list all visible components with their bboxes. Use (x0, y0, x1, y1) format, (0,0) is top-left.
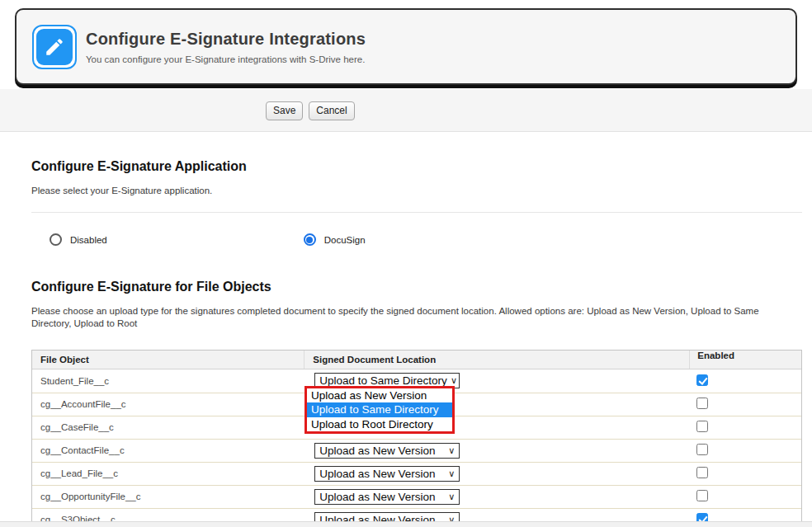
radio-label: DocuSign (324, 235, 366, 245)
annotation-highlight-open-dropdown: Upload as New VersionUpload to Same Dire… (304, 386, 455, 435)
page-title: Configure E-Signature Integrations (86, 30, 366, 49)
main-content: Configure E-Signature Application Please… (31, 132, 802, 527)
column-header-signed-document-location: Signed Document Location (304, 351, 689, 369)
enabled-cell (689, 374, 801, 388)
toolbar-buttons: Save Cancel (266, 101, 355, 120)
radio-icon[interactable] (304, 233, 316, 246)
enabled-cell (689, 421, 801, 434)
enabled-checkbox[interactable] (696, 444, 708, 455)
location-cell: Upload as New Version ∨ (304, 486, 689, 508)
pencil-icon (32, 25, 77, 69)
header-text: Configure E-Signature Integrations You c… (86, 30, 366, 64)
location-select-value: Upload as New Version (319, 491, 435, 503)
footer-strip (0, 521, 812, 527)
app-section-description: Please select your E-Signature applicati… (31, 185, 802, 198)
toolbar: Save Cancel (0, 89, 812, 132)
enabled-cell (689, 467, 801, 480)
file-section-description: Please choose an upload type for the sig… (31, 305, 787, 331)
file-objects-table: File Object Signed Document Location Ena… (31, 350, 802, 527)
pencil-icon-background (36, 29, 73, 65)
location-select-value: Upload as New Version (319, 445, 435, 457)
enabled-cell (689, 398, 801, 411)
esignature-app-radio-group: Disabled DocuSign (31, 233, 802, 247)
table-row: cg__ContactFile__c Upload as New Version… (32, 439, 801, 462)
file-object-name: Student_File__c (32, 376, 304, 386)
enabled-checkbox[interactable] (696, 398, 708, 409)
app-section-heading: Configure E-Signature Application (31, 159, 802, 174)
file-object-name: cg__AccountFile__c (32, 399, 304, 409)
enabled-checkbox[interactable] (696, 421, 708, 432)
dropdown-option[interactable]: Upload to Root Directory (307, 417, 452, 432)
radio-option-docusign[interactable]: DocuSign (304, 233, 366, 246)
location-select[interactable]: Upload as New Version ∨ (314, 466, 460, 482)
enabled-cell (689, 490, 801, 503)
table-row: cg__Lead_File__c Upload as New Version ∨ (32, 462, 801, 485)
dropdown-option[interactable]: Upload as New Version (307, 388, 452, 403)
file-object-name: cg__OpportunityFile__c (32, 492, 304, 501)
chevron-down-icon: ∨ (448, 468, 455, 479)
save-button[interactable]: Save (266, 101, 303, 120)
table-header-row: File Object Signed Document Location Ena… (32, 351, 801, 369)
enabled-checkbox[interactable] (696, 467, 708, 478)
location-cell: Upload as New Version ∨ (304, 463, 689, 485)
enabled-checkbox[interactable] (696, 374, 708, 386)
radio-label: Disabled (70, 235, 107, 245)
file-object-name: cg__Lead_File__c (32, 468, 304, 478)
page-header: Configure E-Signature Integrations You c… (15, 8, 797, 85)
chevron-down-icon: ∨ (448, 445, 455, 456)
file-object-name: cg__ContactFile__c (32, 445, 304, 455)
section-divider (31, 212, 802, 213)
column-header-enabled: Enabled (689, 351, 801, 369)
radio-option-disabled[interactable]: Disabled (50, 233, 107, 246)
radio-icon[interactable] (50, 233, 62, 246)
file-object-name: cg__CaseFile__c (32, 422, 304, 432)
column-header-file-object: File Object (32, 355, 304, 365)
chevron-down-icon: ∨ (451, 375, 457, 386)
file-section-heading: Configure E-Signature for File Objects (31, 280, 802, 294)
pencil-icon-glyph (44, 36, 65, 58)
location-select[interactable]: Upload as New Version ∨ (314, 443, 460, 459)
table-row: cg__OpportunityFile__c Upload as New Ver… (32, 485, 801, 508)
location-select-value: Upload as New Version (319, 468, 435, 480)
page-subtitle: You can configure your E-Signature integ… (86, 54, 366, 64)
location-cell: Upload as New Version ∨ (304, 440, 689, 462)
enabled-cell (689, 444, 801, 457)
enabled-checkbox[interactable] (696, 490, 708, 501)
location-select[interactable]: Upload as New Version ∨ (314, 489, 460, 505)
dropdown-option[interactable]: Upload to Same Directory (307, 402, 452, 417)
cancel-button[interactable]: Cancel (309, 101, 354, 120)
chevron-down-icon: ∨ (448, 492, 455, 502)
